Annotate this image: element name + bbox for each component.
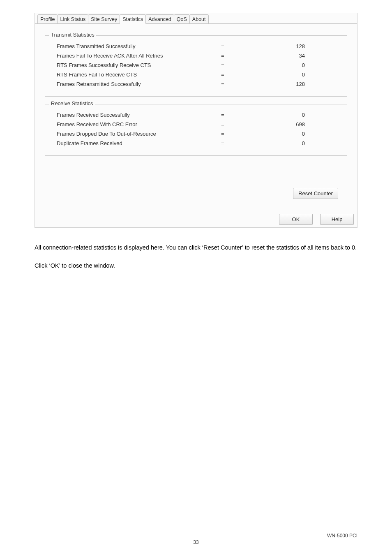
stat-value: 34 (246, 53, 342, 59)
tab-advanced[interactable]: Advanced (145, 14, 174, 24)
tab-statistics[interactable]: Statistics (120, 14, 146, 24)
paragraph: All connection-related statistics is dis… (35, 242, 357, 254)
equals-icon: = (221, 140, 246, 146)
tab-profile[interactable]: Profile (37, 14, 58, 24)
stat-label: Duplicate Frames Received (57, 140, 221, 146)
stat-value: 0 (246, 112, 342, 118)
receive-legend: Receive Statistics (49, 100, 95, 106)
help-button[interactable]: Help (320, 214, 354, 225)
tab-strip: Profile Link Status Site Survey Statisti… (35, 13, 357, 24)
stat-value: 0 (246, 62, 342, 68)
stat-label: Frames Fail To Receive ACK After All Ret… (57, 53, 221, 59)
stat-value: 128 (246, 43, 342, 49)
equals-icon: = (221, 121, 246, 127)
equals-icon: = (221, 72, 246, 78)
stat-label: RTS Frames Fail To Receive CTS (57, 72, 221, 78)
tab-content-statistics: Transmit Statistics Frames Transmitted S… (35, 23, 357, 210)
stat-label: Frames Transmitted Successfully (57, 43, 221, 49)
stat-label: Frames Received With CRC Error (57, 121, 221, 127)
stat-row: Frames Dropped Due To Out-of-Resource = … (50, 129, 342, 139)
stat-label: Frames Dropped Due To Out-of-Resource (57, 131, 221, 137)
stat-row: Frames Retransmitted Successfully = 128 (50, 79, 342, 89)
stat-value: 0 (246, 140, 342, 146)
footer-model: WN-5000 PCI (327, 533, 357, 539)
transmit-legend: Transmit Statistics (49, 32, 96, 38)
stat-label: Frames Retransmitted Successfully (57, 81, 221, 87)
ok-button[interactable]: OK (279, 214, 313, 225)
stat-label: Frames Received Successfully (57, 112, 221, 118)
stat-row: Frames Transmitted Successfully = 128 (50, 42, 342, 51)
stat-label: RTS Frames Successfully Receive CTS (57, 62, 221, 68)
receive-statistics-group: Receive Statistics Frames Received Succe… (45, 104, 347, 156)
paragraph: Click ‘OK’ to close the window. (35, 260, 357, 272)
stat-value: 0 (246, 131, 342, 137)
equals-icon: = (221, 43, 246, 49)
tab-site-survey[interactable]: Site Survey (88, 14, 120, 24)
transmit-statistics-group: Transmit Statistics Frames Transmitted S… (45, 35, 347, 97)
document-body-text: All connection-related statistics is dis… (35, 242, 357, 272)
stat-row: Frames Fail To Receive ACK After All Ret… (50, 51, 342, 60)
reset-counter-button[interactable]: Reset Counter (293, 188, 338, 199)
stat-row: Frames Received With CRC Error = 698 (50, 120, 342, 129)
equals-icon: = (221, 53, 246, 59)
stat-row: RTS Frames Fail To Receive CTS = 0 (50, 70, 342, 79)
equals-icon: = (221, 81, 246, 87)
stat-row: RTS Frames Successfully Receive CTS = 0 (50, 60, 342, 70)
stat-value: 0 (246, 72, 342, 78)
statistics-dialog: Profile Link Status Site Survey Statisti… (35, 13, 357, 228)
stat-value: 698 (246, 121, 342, 127)
equals-icon: = (221, 112, 246, 118)
tab-qos[interactable]: QoS (174, 14, 190, 24)
tab-link-status[interactable]: Link Status (57, 14, 88, 24)
equals-icon: = (221, 131, 246, 137)
equals-icon: = (221, 62, 246, 68)
tab-about[interactable]: About (189, 14, 209, 24)
stat-row: Frames Received Successfully = 0 (50, 110, 342, 120)
dialog-buttons: OK Help (35, 210, 357, 227)
stat-value: 128 (246, 81, 342, 87)
footer-page-number: 33 (0, 539, 392, 545)
stat-row: Duplicate Frames Received = 0 (50, 139, 342, 148)
